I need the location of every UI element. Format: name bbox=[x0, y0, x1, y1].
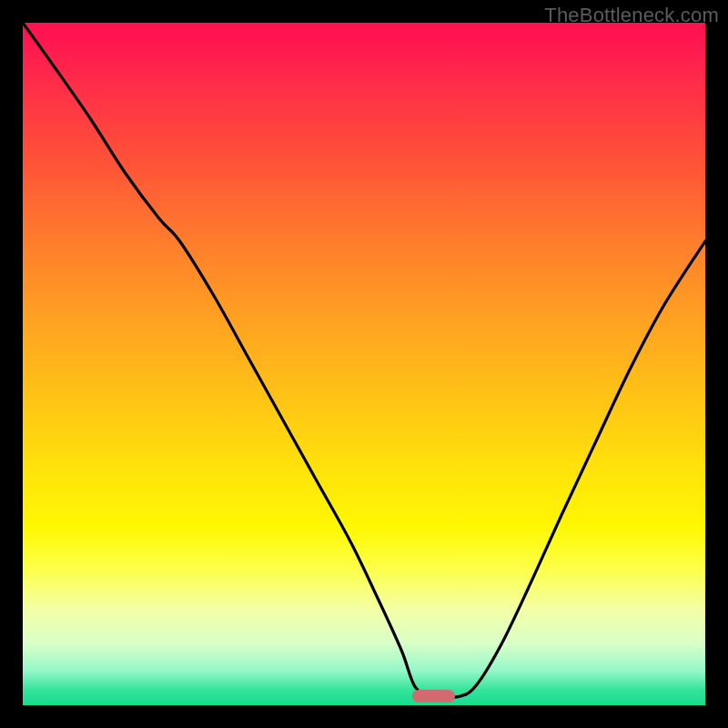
optimal-range-marker bbox=[412, 690, 455, 703]
curve-path bbox=[23, 23, 705, 698]
bottleneck-curve bbox=[23, 23, 705, 705]
watermark-text: TheBottleneck.com bbox=[544, 4, 719, 27]
chart-frame: TheBottleneck.com bbox=[0, 0, 728, 728]
plot-area bbox=[23, 23, 705, 705]
